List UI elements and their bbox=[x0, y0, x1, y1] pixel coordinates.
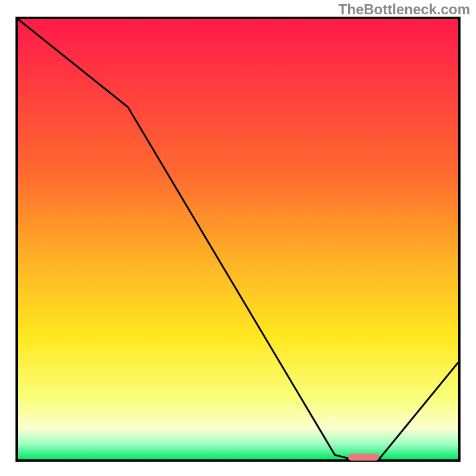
watermark-label: TheBottleneck.com bbox=[339, 1, 470, 18]
bottleneck-chart: TheBottleneck.com bbox=[0, 0, 476, 476]
chart-svg bbox=[0, 0, 476, 476]
plot-background bbox=[18, 19, 458, 459]
optimal-marker bbox=[348, 453, 379, 461]
